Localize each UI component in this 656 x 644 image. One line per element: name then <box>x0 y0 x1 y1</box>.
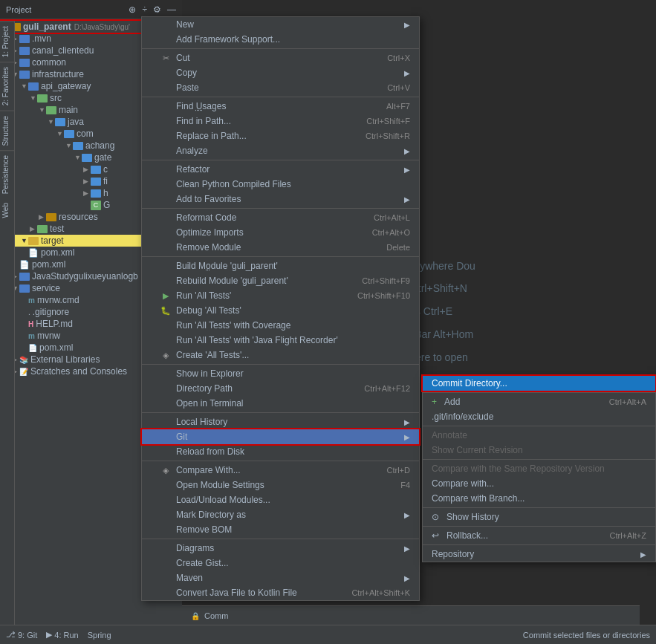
root-path: D:\JavaStudy\gu' <box>74 23 130 31</box>
mvnw-icon2: m <box>28 332 35 340</box>
sep3 <box>142 160 419 160</box>
menu-analyze[interactable]: Analyze ▶ <box>142 143 419 158</box>
sep7 <box>142 412 419 413</box>
class-icon: C <box>91 201 101 210</box>
menu-directory-path[interactable]: Directory Path Ctrl+Alt+F12 <box>142 381 419 396</box>
submenu-sep1 <box>423 392 655 393</box>
sep4 <box>142 208 419 209</box>
sidebar-item-favorites[interactable]: 2: Favorites <box>0 62 14 110</box>
folder-icon <box>73 142 83 150</box>
sep9 <box>142 539 419 539</box>
bottom-tab-bar: 🔒 Comm <box>182 605 640 625</box>
folder-icon <box>37 94 48 103</box>
folder-icon <box>19 47 30 55</box>
left-side-tabs: 1: Project 2: Favorites Structure Persis… <box>0 21 15 625</box>
menu-run-coverage[interactable]: Run 'All Tests' with Coverage <box>142 318 419 333</box>
sidebar-item-project[interactable]: 1: Project <box>0 21 14 62</box>
submenu-rollback[interactable]: ↩ Rollback... Ctrl+Alt+Z <box>423 528 655 543</box>
sidebar-item-web[interactable]: Web <box>0 198 14 222</box>
submenu-git-info[interactable]: .git/info/exclude <box>423 409 655 424</box>
folder-icon <box>55 118 65 126</box>
submenu-repository[interactable]: Repository ▶ <box>423 547 655 562</box>
submenu-compare-branch[interactable]: Compare with Branch... <box>423 491 655 506</box>
menu-clean-python[interactable]: Clean Python Compiled Files <box>142 177 419 192</box>
menu-local-history[interactable]: Local History ▶ <box>142 414 419 429</box>
submenu-sep5 <box>423 526 655 527</box>
status-bar: ⎇ 9: Git ▶ 4: Run Spring Commit selected… <box>0 625 656 644</box>
submenu-show-revision: Show Current Revision <box>423 443 655 458</box>
menu-diagrams[interactable]: Diagrams ▶ <box>142 541 419 556</box>
menu-convert-kotlin[interactable]: Convert Java File to Kotlin File Ctrl+Al… <box>142 585 419 600</box>
folder-icon <box>28 82 39 91</box>
menu-show-explorer[interactable]: Show in Explorer <box>142 366 419 381</box>
menu-add-framework[interactable]: Add Framework Support... <box>142 32 419 47</box>
sep8 <box>142 461 419 461</box>
menu-create-gist[interactable]: Create Gist... <box>142 556 419 570</box>
submenu-sep3 <box>423 459 655 460</box>
menu-reformat[interactable]: Reformat Code Ctrl+Alt+L <box>142 210 419 225</box>
submenu-add[interactable]: + Add Ctrl+Alt+A <box>423 394 655 409</box>
status-spring[interactable]: Spring <box>88 631 111 640</box>
context-menu: New ▶ Add Framework Support... ✂Cut Ctrl… <box>141 16 420 601</box>
panel-icon-minimize[interactable]: — <box>167 4 176 15</box>
sidebar-item-persistence[interactable]: Persistence <box>0 150 14 198</box>
menu-remove-module[interactable]: Remove Module Delete <box>142 240 419 255</box>
xml-icon: 📄 <box>28 248 39 258</box>
menu-run-flight[interactable]: Run 'All Tests' with 'Java Flight Record… <box>142 333 419 348</box>
menu-run-tests[interactable]: ▶Run 'All Tests' Ctrl+Shift+F10 <box>142 288 419 303</box>
status-git[interactable]: ⎇ 9: Git <box>6 630 37 640</box>
sidebar-item-structure[interactable]: Structure <box>0 111 14 151</box>
menu-remove-bom[interactable]: Remove BOM <box>142 522 419 537</box>
menu-copy[interactable]: Copy ▶ <box>142 65 419 80</box>
mvnw-icon: m <box>28 296 35 305</box>
folder-icon <box>19 59 30 67</box>
status-message: Commit selected files or directories <box>523 631 650 640</box>
menu-cut[interactable]: ✂Cut Ctrl+X <box>142 51 419 65</box>
help-icon: H <box>28 320 33 328</box>
sep6 <box>142 364 419 365</box>
menu-replace-path[interactable]: Replace in Path... Ctrl+Shift+R <box>142 129 419 143</box>
folder-icon <box>91 178 101 186</box>
menu-create-tests[interactable]: ◈Create 'All Tests'... <box>142 348 419 362</box>
sep1 <box>142 48 419 49</box>
submenu-sep4 <box>423 507 655 508</box>
panel-icon-globe[interactable]: ⊕ <box>129 4 136 15</box>
menu-find-path[interactable]: Find in Path... Ctrl+Shift+F <box>142 114 419 129</box>
git-submenu: Commit Directory... + Add Ctrl+Alt+A .gi… <box>422 375 656 562</box>
panel-title: Project <box>6 5 31 14</box>
menu-refactor[interactable]: Refactor ▶ <box>142 162 419 177</box>
submenu-sep2 <box>423 426 655 426</box>
tab-commit[interactable]: 🔒 Comm <box>185 610 234 622</box>
menu-find-usages[interactable]: Find Usages Alt+F7 <box>142 99 419 114</box>
ext-libs-icon: 📚 <box>19 356 28 364</box>
menu-debug-tests[interactable]: 🐛Debug 'All Tests' <box>142 303 419 318</box>
panel-icon-gear[interactable]: ⚙ <box>153 4 161 15</box>
sep2 <box>142 97 419 97</box>
menu-compare-with[interactable]: ◈Compare With... Ctrl+D <box>142 463 419 478</box>
submenu-sep6 <box>423 544 655 545</box>
submenu-annotate: Annotate <box>423 428 655 443</box>
menu-open-terminal[interactable]: Open in Terminal <box>142 396 419 411</box>
menu-maven[interactable]: Maven ▶ <box>142 570 419 585</box>
menu-mark-dir[interactable]: Mark Directory as ▶ <box>142 507 419 522</box>
submenu-commit-dir[interactable]: Commit Directory... <box>423 376 655 391</box>
panel-icon-split[interactable]: ÷ <box>142 4 147 15</box>
menu-build-module[interactable]: Build Module 'guli_parent' <box>142 258 419 273</box>
menu-rebuild-module[interactable]: Rebuild Module 'guli_parent' Ctrl+Shift+… <box>142 273 419 288</box>
folder-icon <box>46 106 56 114</box>
menu-git[interactable]: Git ▶ <box>142 429 419 444</box>
menu-add-favorites[interactable]: Add to Favorites ▶ <box>142 192 419 206</box>
menu-load-unload[interactable]: Load/Unload Modules... <box>142 492 419 507</box>
submenu-show-history[interactable]: ⊙ Show History <box>423 510 655 524</box>
status-run[interactable]: ▶ 4: Run <box>46 630 78 640</box>
menu-optimize-imports[interactable]: Optimize Imports Ctrl+Alt+O <box>142 225 419 240</box>
root-label: guli_parent <box>23 22 71 32</box>
menu-paste[interactable]: Paste Ctrl+V <box>142 80 419 95</box>
menu-new[interactable]: New ▶ <box>142 17 419 32</box>
folder-icon <box>19 273 30 281</box>
menu-reload-disk[interactable]: Reload from Disk <box>142 444 419 459</box>
folder-icon <box>19 35 30 43</box>
xml-icon3: 📄 <box>28 344 37 352</box>
submenu-compare-with[interactable]: Compare with... <box>423 476 655 491</box>
menu-open-module-settings[interactable]: Open Module Settings F4 <box>142 478 419 492</box>
